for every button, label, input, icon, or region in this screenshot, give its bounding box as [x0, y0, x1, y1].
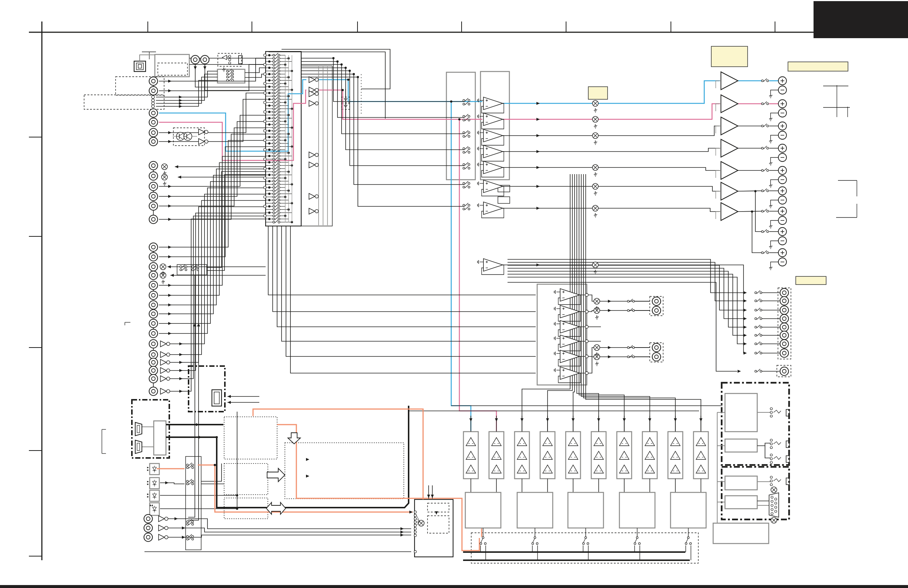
pin-lead [416, 516, 420, 522]
switch-contact [273, 121, 275, 122]
selector-strip [266, 52, 301, 226]
arrowhead [674, 418, 677, 422]
note-1 [711, 46, 748, 67]
wire [757, 308, 760, 311]
wire [771, 200, 778, 204]
relay-out-2 [245, 74, 266, 77]
wire [771, 180, 778, 184]
arrowhead [168, 322, 172, 325]
buffer-out-node [167, 342, 170, 346]
arrowhead [572, 418, 575, 422]
minijack-pin [770, 458, 773, 460]
rear-minijacks [770, 408, 789, 486]
opamp-icon [483, 145, 503, 158]
cell-amp-icon [620, 465, 629, 473]
flow-down [288, 433, 301, 444]
arrowhead [536, 102, 540, 105]
zone-out-node [585, 372, 588, 375]
arrowhead [744, 334, 747, 337]
rca-jack-icon [149, 87, 158, 95]
cell-amp-icon [620, 451, 629, 459]
wire [465, 185, 468, 188]
ir-box-2 [150, 478, 159, 489]
strip-pin [264, 54, 266, 57]
wire [275, 154, 278, 157]
cell-amp-icon [466, 451, 476, 459]
db9-pin [774, 498, 777, 500]
wire [716, 104, 720, 111]
switch-contact [226, 76, 228, 78]
strip-pin [264, 139, 266, 142]
switch-contact [278, 73, 280, 75]
ir-box-4 [150, 503, 159, 516]
switch-contact [760, 309, 761, 311]
relay-out-1 [245, 68, 266, 72]
arrowhead [431, 495, 434, 498]
rear-1-rect-a [725, 393, 757, 432]
wire [770, 227, 772, 227]
preout-jack-icon [780, 323, 789, 332]
front-av-jack-icon [144, 533, 153, 542]
cd-pink-out [503, 104, 720, 119]
minijack-spring [774, 410, 781, 413]
tone-out-5 [503, 168, 720, 171]
dac-block [465, 492, 501, 528]
preout-jack-icon [780, 331, 789, 340]
display-window-inner [214, 392, 219, 404]
arrowhead [168, 89, 172, 92]
arrowhead [182, 536, 185, 539]
arrowhead [151, 504, 153, 506]
switch-contact [192, 538, 193, 540]
wire [465, 166, 468, 169]
preout-feed-wire [507, 274, 745, 335]
strip-pin [264, 158, 266, 160]
switch-contact [689, 543, 691, 544]
highlights [588, 46, 848, 285]
arrowhead [699, 418, 702, 422]
wire [533, 539, 534, 543]
power-amp-icon [721, 95, 738, 113]
arrowhead [168, 284, 172, 287]
arrowhead [179, 342, 183, 345]
switch-contact [180, 266, 182, 267]
junction-dot [458, 118, 460, 121]
rca-jack-icon [149, 281, 158, 290]
switch-contact [760, 317, 761, 319]
wire [757, 316, 760, 319]
arrowhead [168, 294, 172, 297]
minijack-pin [770, 415, 773, 417]
arrowhead [536, 166, 540, 169]
rca-jack-icon [149, 215, 158, 224]
cell-amp-icon [696, 438, 706, 446]
antenna-mid [136, 63, 143, 70]
switch-contact [185, 266, 187, 267]
wire [771, 121, 771, 121]
schematic-page [0, 0, 908, 588]
dsp-box-main [285, 443, 404, 499]
wire [770, 96, 772, 97]
bank-out-2 [201, 464, 222, 481]
cell-amp-icon [671, 438, 680, 446]
switch-contact [273, 148, 275, 150]
display-unit [188, 366, 225, 412]
switch-contact [468, 132, 470, 134]
wire [763, 79, 767, 82]
switch-contact [273, 130, 275, 132]
switch-contact [468, 208, 470, 210]
wire [595, 216, 596, 216]
wire [275, 59, 278, 62]
wire [275, 211, 278, 213]
switch-contact [463, 115, 465, 117]
switch-contact [468, 163, 470, 165]
switch-contact [273, 85, 275, 87]
db9-body [769, 493, 779, 517]
switch-contact [278, 89, 280, 91]
switch-contact [278, 148, 280, 150]
wire [757, 325, 760, 328]
db9-pin [774, 510, 777, 512]
wire [465, 162, 468, 165]
pots [160, 100, 600, 526]
wire [275, 72, 278, 75]
minijack-pin [770, 443, 773, 445]
input-wire [170, 213, 266, 371]
